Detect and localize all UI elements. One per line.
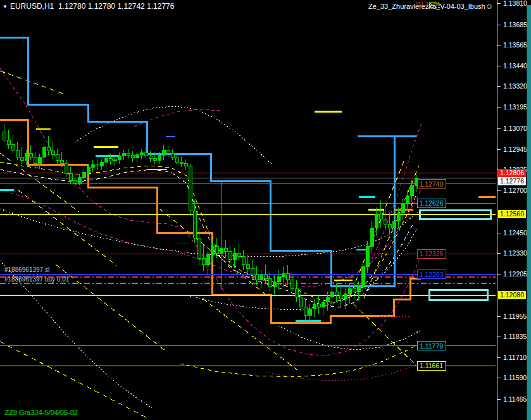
candle-body <box>131 155 134 158</box>
axis-tick-mark <box>497 190 501 191</box>
candle-body <box>16 150 19 157</box>
candle-body <box>144 152 147 156</box>
candle-body <box>326 297 329 302</box>
terminal-window: 1.127401.126261.123261.122031.117791.116… <box>0 0 531 420</box>
candle-body <box>104 159 108 162</box>
price-axis[interactable]: 1.138101.136851.135651.134401.133201.131… <box>497 0 527 420</box>
axis-tick-label: 1.11710 <box>503 354 527 361</box>
candle-body <box>290 280 294 288</box>
axis-tick-label: 1.12945 <box>503 146 527 153</box>
candle-body <box>171 154 174 158</box>
axis-tick-label: 1.13810 <box>503 0 527 7</box>
candle-body <box>20 157 23 160</box>
candle-body <box>47 147 50 151</box>
indicator-curve <box>18 190 117 266</box>
candle-body <box>87 167 90 172</box>
candle-body <box>220 248 223 253</box>
candle-body <box>51 151 54 154</box>
candle-body <box>73 180 77 183</box>
candle-body <box>29 154 32 157</box>
candle-body <box>149 156 152 159</box>
axis-tick-mark <box>497 3 501 4</box>
candle-body <box>401 204 404 213</box>
candle-body <box>361 266 365 287</box>
candle-body <box>78 177 81 183</box>
indicator-curve <box>190 228 418 309</box>
axis-tick-mark <box>497 128 501 129</box>
stoploss-order-label[interactable]: #1886961397 sl <box>4 266 49 273</box>
indicator-curve <box>0 342 149 419</box>
candle-body <box>118 156 121 159</box>
axis-tick-mark <box>497 399 501 400</box>
candle-body <box>246 265 249 268</box>
candle-body <box>175 158 178 162</box>
level-label-text: 1.11779 <box>420 342 443 350</box>
chart-canvas[interactable]: 1.127401.126261.123261.122031.117791.116… <box>0 0 531 420</box>
candle-body <box>7 140 10 144</box>
candle-body <box>366 246 369 266</box>
axis-tick-mark <box>497 357 501 358</box>
candle-body <box>295 288 298 297</box>
buy-order-label[interactable]: #1886961397 buy 0.01 <box>4 276 69 283</box>
axis-tick-label: 1.12205 <box>503 271 527 278</box>
candle-body <box>251 268 254 275</box>
axis-tick-label: 1.13440 <box>503 63 527 70</box>
axis-tick-mark <box>497 25 501 25</box>
candle-body <box>60 160 63 163</box>
candle-body <box>317 304 320 307</box>
candle-body <box>348 288 351 293</box>
candle-body <box>25 154 28 161</box>
overlay-yellow-value: 82% <box>428 1 440 8</box>
axis-tick-label: 1.13685 <box>503 22 527 28</box>
candle-body <box>65 164 68 174</box>
axis-tick-label: 1.12700 <box>503 187 527 194</box>
candle-body <box>34 157 37 164</box>
candle-body <box>233 253 236 260</box>
axis-tick-label: 1.11955 <box>503 313 527 320</box>
axis-tick-mark <box>497 45 501 46</box>
axis-price-box: 1.12776 <box>498 177 526 185</box>
symbol-dropdown-icon[interactable]: ▼ <box>3 4 8 9</box>
candle-body <box>113 159 116 161</box>
candle-body <box>166 150 170 153</box>
candle-body <box>189 166 192 211</box>
candle-body <box>286 273 289 280</box>
candle-body <box>322 302 325 307</box>
indicator-curve <box>0 68 421 355</box>
indicator-curve <box>266 364 418 381</box>
level-label-text: 1.12326 <box>420 250 444 257</box>
axis-tick-mark <box>497 253 501 254</box>
candle-body <box>242 256 245 264</box>
candle-body <box>122 154 125 156</box>
candle-body <box>375 214 378 228</box>
indicator-curve <box>0 71 63 94</box>
candle-body <box>162 150 165 155</box>
axis-tick-mark <box>497 233 501 233</box>
candle-body <box>410 185 413 195</box>
candle-body <box>237 253 241 256</box>
candle-body <box>11 144 15 150</box>
candle-body <box>42 147 46 157</box>
candle-body <box>335 292 338 295</box>
window-border <box>527 5 531 420</box>
candle-body <box>127 154 130 156</box>
candle-body <box>259 275 263 280</box>
axis-tick-label: 1.11835 <box>503 333 527 340</box>
candle-body <box>308 309 311 316</box>
indicator-percent-overlay: 111.182% <box>415 1 440 7</box>
candle-body <box>388 225 391 228</box>
candle-body <box>277 276 280 281</box>
axis-tick-label: 1.13565 <box>503 42 527 49</box>
symbol-quote-bar: ▼EURUSD,H1 1.12780 1.12780 1.12742 1.127… <box>3 2 174 11</box>
axis-price-box: 1.12080 <box>498 291 526 299</box>
ohlc-quote-values: 1.12780 1.12780 1.12742 1.12776 <box>58 2 175 11</box>
axis-price-box: 1.12560 <box>498 210 526 218</box>
candle-body <box>397 213 400 221</box>
candle-body <box>206 255 209 265</box>
candle-body <box>215 246 218 253</box>
axis-tick-label: 1.13070 <box>503 125 527 132</box>
axis-tick-mark <box>497 66 501 66</box>
candle-body <box>158 155 161 160</box>
indicator-curve <box>203 299 297 370</box>
overlay-red-value: 111.1 <box>415 1 428 7</box>
